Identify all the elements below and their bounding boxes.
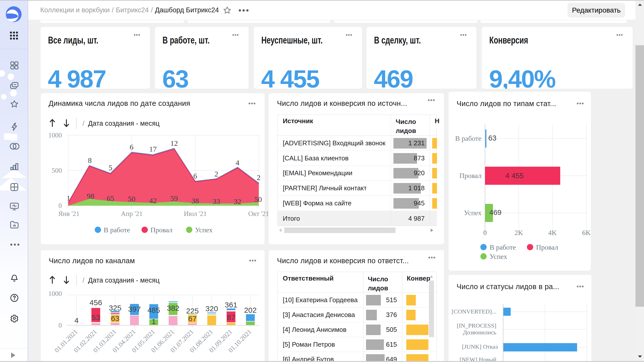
svg-text:Провал: Провал	[459, 172, 481, 179]
svg-text:0: 0	[59, 322, 62, 329]
svg-text:Успех: Успех	[195, 226, 213, 234]
svg-text:225: 225	[186, 307, 199, 315]
svg-text:325: 325	[109, 304, 122, 312]
svg-text:Провал: Провал	[150, 226, 173, 234]
svg-text:469: 469	[489, 208, 501, 216]
svg-text:В работе: В работе	[490, 243, 516, 251]
svg-text:2: 2	[257, 173, 261, 182]
svg-text:202: 202	[244, 306, 257, 314]
svg-text:42: 42	[149, 196, 157, 205]
svg-text:В работе: В работе	[104, 226, 130, 234]
svg-text:397: 397	[128, 305, 141, 313]
svg-text:1000: 1000	[48, 290, 62, 297]
svg-text:63: 63	[488, 134, 496, 142]
svg-text:32: 32	[234, 197, 241, 206]
svg-text:63: 63	[111, 314, 119, 323]
svg-text:1: 1	[67, 194, 70, 202]
svg-text:98: 98	[87, 192, 94, 200]
svg-text:2: 2	[215, 170, 218, 178]
svg-text:59: 59	[170, 194, 178, 202]
svg-text:50: 50	[128, 195, 135, 203]
svg-text:4K: 4K	[548, 229, 557, 237]
svg-text:50: 50	[254, 195, 262, 203]
svg-text:Окт '21: Окт '21	[248, 210, 269, 217]
svg-text:6: 6	[130, 143, 134, 151]
svg-text:38: 38	[191, 197, 199, 205]
svg-text:382: 382	[167, 304, 179, 312]
svg-text:Дата создания - месяц: Дата создания - месяц	[88, 120, 159, 127]
svg-text:33: 33	[213, 197, 220, 205]
svg-text:500: 500	[52, 167, 62, 174]
svg-text:456: 456	[90, 298, 102, 307]
svg-text:Успех: Успех	[490, 253, 507, 260]
svg-text:[JUNK] Отказ: [JUNK] Отказ	[462, 343, 498, 350]
svg-text:4: 4	[74, 316, 79, 325]
svg-text:6K: 6K	[582, 229, 591, 237]
svg-text:17: 17	[149, 145, 157, 153]
svg-text:5: 5	[109, 163, 112, 172]
svg-text:Дозвонились: Дозвонились	[463, 329, 496, 336]
svg-text:361: 361	[225, 301, 237, 309]
svg-text:Провал: Провал	[536, 243, 558, 251]
svg-text:Успех: Успех	[464, 209, 481, 217]
svg-text:В работе: В работе	[455, 134, 481, 142]
svg-text:4: 4	[236, 158, 239, 167]
svg-text:87: 87	[227, 313, 235, 322]
svg-text:1: 1	[152, 317, 156, 326]
svg-text:485: 485	[147, 306, 160, 314]
svg-text:67: 67	[188, 314, 196, 323]
svg-text:Июл '21: Июл '21	[184, 210, 207, 217]
svg-text:0: 0	[59, 202, 62, 209]
svg-text:4 455: 4 455	[505, 172, 524, 180]
svg-text:53: 53	[92, 313, 100, 322]
svg-text:Апр '21: Апр '21	[121, 210, 143, 217]
svg-text:/: /	[83, 277, 85, 284]
svg-text:Дата создания - месяц: Дата создания - месяц	[88, 277, 159, 284]
svg-text:Янв '21: Янв '21	[58, 210, 79, 217]
svg-text:6: 6	[193, 172, 197, 180]
svg-text:65: 65	[107, 194, 114, 202]
svg-text:0: 0	[483, 229, 487, 237]
svg-text:[IN_PROCESS]: [IN_PROCESS]	[457, 322, 496, 329]
svg-text:2K: 2K	[514, 229, 523, 237]
svg-text:320: 320	[206, 304, 218, 313]
svg-text:8: 8	[88, 156, 92, 164]
svg-text:1000: 1000	[48, 131, 62, 139]
svg-text:12: 12	[170, 139, 178, 147]
svg-text:/: /	[83, 120, 85, 127]
svg-text:[CONVERTED]...: [CONVERTED]...	[452, 308, 496, 315]
